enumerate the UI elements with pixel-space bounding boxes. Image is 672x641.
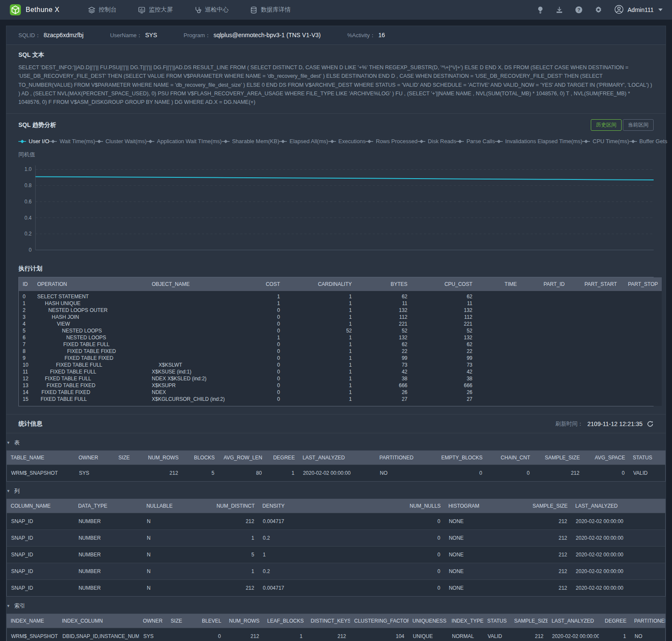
history-range-button[interactable]: 历史区间 — [591, 119, 622, 131]
sql-text-section: SQL 文本 SELECT 'DEST_INFO:'||AD.D||'|'|| … — [6, 45, 666, 106]
table-cell: 0 — [584, 465, 629, 482]
plan-id-cell: 8 — [19, 348, 33, 355]
plan-operation: FIXED TABLE FIXED — [37, 382, 95, 388]
trend-title: SQL 趋势分析 — [18, 121, 56, 129]
y-tick-label: 0.4 — [24, 215, 32, 221]
table-cell: NONE — [445, 513, 510, 530]
plan-value-cell: 1 — [284, 314, 356, 320]
table-cell: 2020-02-02 00:00:00 — [572, 547, 665, 563]
plan-value-cell: 62 — [411, 291, 476, 300]
username-value: SYS — [145, 32, 157, 38]
plan-object-name — [148, 291, 238, 300]
column-header: OWNER — [139, 614, 167, 628]
activity-label: %Activity： — [347, 32, 375, 39]
execution-plan-section: 执行计划 IDOPERATIONOBJECT_NAMECOSTCARDINALI… — [6, 265, 666, 406]
plan-object-name — [148, 348, 238, 355]
legend-item[interactable]: Application Wait TIme(ms) — [147, 138, 222, 144]
legend-item[interactable]: CPU Time(ms) — [582, 138, 629, 144]
refresh-icon[interactable] — [647, 420, 654, 427]
legend-item[interactable]: Rows Processed — [365, 138, 418, 144]
column-header: CPU_COST — [411, 277, 476, 291]
column-header: PART_START — [569, 277, 621, 291]
plan-value-cell: 0 — [238, 348, 284, 355]
settings-gear-icon[interactable] — [595, 6, 602, 14]
table-cell: 2020-02-02 00:00:00 — [548, 628, 599, 641]
legend-label: Parse Calls — [466, 138, 495, 144]
table-cell: 212 — [510, 580, 571, 597]
indexes-collapse-header[interactable]: ▼ 索引 — [6, 602, 666, 610]
plan-value-cell: 1 — [238, 300, 284, 307]
plan-value-cell — [621, 327, 662, 334]
plan-value-cell — [569, 348, 621, 355]
legend-item[interactable]: Buffer Gets — [629, 138, 668, 144]
plan-operation-cell: HASH JOIN — [33, 314, 148, 320]
plan-value-cell: 666 — [356, 382, 411, 389]
table-cell: 0 — [188, 628, 225, 641]
columns-subsection: ▼ 列 COLUMN_NAMEDATA_TYPENULLABLENUM_DIST… — [6, 487, 666, 597]
legend-item[interactable]: Sharable Mem(KB) — [222, 138, 280, 144]
plan-value-cell — [521, 341, 569, 348]
table-cell: 212 — [510, 628, 548, 641]
plan-value-cell: 73 — [411, 362, 476, 368]
download-icon[interactable] — [556, 6, 563, 14]
legend-item[interactable]: Wait Time(ms) — [49, 138, 95, 144]
legend-item[interactable]: Parse Calls — [456, 138, 495, 144]
plan-value-cell — [476, 368, 521, 375]
table-cell: 1 — [259, 547, 351, 563]
legend-diamond-icon — [418, 139, 425, 144]
current-range-button[interactable]: 当前区间 — [623, 119, 654, 131]
nav-item-console[interactable]: 控制台 — [88, 6, 117, 14]
legend-item[interactable]: User I/O — [18, 138, 49, 144]
plan-row: 5NESTED LOOPS0525252 — [19, 327, 662, 334]
plan-value-cell: 0 — [238, 382, 284, 389]
trend-chart[interactable]: 1.00.80.60.40.20 — [18, 160, 654, 258]
columns-collapse-header[interactable]: ▼ 列 — [6, 487, 666, 495]
table-cell: 212 — [510, 530, 571, 547]
table-cell: 0.2 — [259, 563, 351, 580]
plan-value-cell — [569, 382, 621, 389]
column-header: CHAIN_CNT — [486, 451, 534, 465]
plan-id-cell: 2 — [19, 307, 33, 314]
legend-diamond-icon — [49, 139, 57, 144]
plan-value-cell: 132 — [411, 334, 476, 341]
brand[interactable]: Bethune X — [9, 4, 73, 16]
nav-item-dashboard[interactable]: 监控大屏 — [138, 6, 173, 14]
bulb-icon[interactable] — [537, 6, 544, 14]
navbar-actions: ? Admin111 — [537, 5, 663, 15]
table-cell: 2020-02-02 00:00:00 — [299, 465, 376, 482]
legend-item[interactable]: Elapsed All(ms) — [279, 138, 328, 144]
plan-table-padding — [19, 403, 662, 406]
column-header: CARDINALITY — [284, 277, 356, 291]
table-cell: NO — [376, 465, 428, 482]
plan-value-cell: 52 — [284, 327, 356, 334]
refresh-time-value: 2109-11-12 12:21:35 — [587, 420, 643, 427]
table-cell: 5 — [206, 547, 259, 563]
legend-item[interactable]: Cluster Wait(ms) — [95, 138, 147, 144]
legend-item[interactable]: Invalidations Elapsed Time(ms) — [495, 138, 583, 144]
indexes-subsection: ▼ 索引 INDEX_NAMEINDEX_COLUMNOWNERSIZEBLEV… — [6, 602, 666, 641]
plan-value-cell — [521, 382, 569, 389]
plan-row: 1HASH UNIQUE111111 — [19, 300, 662, 307]
plan-value-cell — [521, 291, 569, 300]
user-menu[interactable]: Admin111 — [614, 5, 663, 15]
nav-item-inspection[interactable]: 巡检中心 — [194, 6, 229, 14]
help-icon[interactable]: ? — [575, 6, 583, 14]
plan-value-cell: 132 — [411, 307, 476, 314]
y-tick-label: 1.0 — [24, 167, 32, 173]
sqlid-label: SQLID： — [18, 32, 41, 39]
legend-item[interactable]: Executions — [328, 138, 366, 144]
username: Admin111 — [628, 6, 654, 13]
database-icon — [250, 6, 257, 14]
column-header: LAST_ANALYZED — [548, 614, 599, 628]
plan-value-cell: 22 — [356, 348, 411, 355]
column-header: NUM_NULLS — [351, 499, 445, 513]
tables-collapse-header[interactable]: ▼ 表 — [6, 439, 666, 447]
column-header: PART_ID — [521, 277, 569, 291]
nav-item-database-detail[interactable]: 数据库详情 — [250, 6, 291, 14]
plan-value-cell: 1 — [284, 362, 356, 368]
legend-item[interactable]: Disk Reads — [418, 138, 456, 144]
table-cell: N — [142, 513, 206, 530]
plan-value-cell — [621, 368, 662, 375]
execution-plan-title: 执行计划 — [18, 265, 654, 273]
program-value: sqlplus@enmotech-bpv3-1 (TNS V1-V3) — [213, 32, 321, 38]
